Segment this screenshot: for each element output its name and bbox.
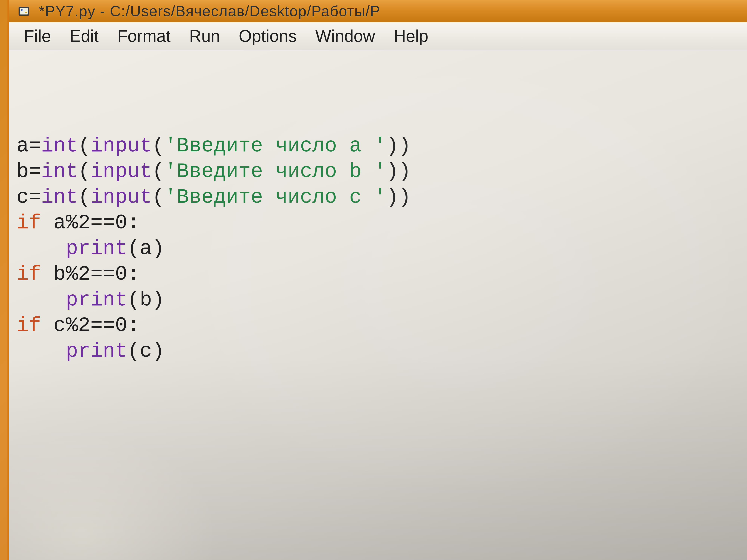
svg-point-3: [25, 11, 27, 13]
menu-edit[interactable]: Edit: [60, 23, 108, 50]
menu-options[interactable]: Options: [229, 23, 306, 50]
code-token-builtin: print: [66, 288, 127, 312]
code-token-builtin: input: [91, 160, 152, 183]
code-token-plain: (: [152, 134, 164, 158]
code-line[interactable]: if b%2==0:: [17, 261, 740, 287]
app-icon: [17, 4, 31, 19]
code-line[interactable]: b=int(input('Введите число b ')): [17, 159, 740, 184]
code-token-plain: c=: [17, 186, 41, 209]
code-token-plain: [17, 340, 66, 363]
code-token-plain: a=: [17, 134, 41, 158]
code-token-plain: c%2==0:: [41, 314, 140, 337]
code-token-plain: )): [386, 186, 411, 209]
code-token-plain: b=: [17, 160, 41, 183]
code-editor[interactable]: a=int(input('Введите число a '))b=int(in…: [9, 50, 747, 560]
code-token-plain: (c): [127, 340, 164, 363]
code-token-plain: )): [386, 134, 411, 158]
menu-run[interactable]: Run: [180, 23, 229, 50]
code-token-plain: [17, 288, 66, 312]
code-token-builtin: input: [91, 134, 152, 158]
svg-point-2: [21, 9, 23, 11]
menu-window[interactable]: Window: [306, 23, 384, 50]
code-token-builtin: print: [66, 340, 127, 363]
code-token-builtin: int: [41, 134, 78, 158]
code-line[interactable]: print(c): [17, 339, 740, 364]
code-token-plain: (b): [127, 288, 164, 312]
code-token-builtin: int: [41, 186, 78, 209]
code-token-plain: [17, 237, 66, 260]
code-line[interactable]: print(b): [17, 287, 740, 313]
menu-format[interactable]: Format: [108, 23, 180, 50]
code-token-plain: (: [78, 134, 91, 158]
code-token-plain: b%2==0:: [41, 263, 140, 286]
idle-editor-window: *PY7.py - C:/Users/Вячеслав/Desktop/Рабо…: [7, 0, 747, 560]
code-token-builtin: int: [41, 160, 78, 183]
code-token-plain: (: [152, 186, 164, 209]
svg-rect-1: [20, 8, 28, 15]
code-token-kw: if: [17, 211, 41, 235]
code-token-plain: (a): [127, 237, 164, 260]
code-token-builtin: print: [66, 237, 127, 260]
code-line[interactable]: if a%2==0:: [17, 210, 740, 236]
titlebar-text: *PY7.py - C:/Users/Вячеслав/Desktop/Рабо…: [39, 3, 380, 20]
code-token-plain: )): [386, 160, 411, 183]
code-line[interactable]: c=int(input('Введите число c ')): [17, 184, 740, 210]
titlebar[interactable]: *PY7.py - C:/Users/Вячеслав/Desktop/Рабо…: [9, 0, 747, 22]
code-line[interactable]: if c%2==0:: [17, 313, 740, 339]
code-token-kw: if: [17, 314, 41, 337]
menu-file[interactable]: File: [15, 23, 60, 50]
code-line[interactable]: a=int(input('Введите число a ')): [17, 133, 740, 159]
code-token-builtin: input: [91, 186, 152, 209]
code-token-plain: a%2==0:: [41, 211, 140, 235]
menubar: File Edit Format Run Options Window Help: [9, 22, 747, 50]
code-token-string: 'Введите число a ': [164, 134, 386, 158]
code-token-string: 'Введите число b ': [164, 160, 386, 183]
code-token-plain: (: [152, 160, 164, 183]
code-token-kw: if: [17, 263, 41, 286]
menu-help[interactable]: Help: [385, 23, 438, 50]
code-line[interactable]: print(a): [17, 236, 740, 262]
code-token-plain: (: [78, 186, 91, 209]
code-token-string: 'Введите число c ': [164, 186, 386, 209]
code-token-plain: (: [78, 160, 91, 183]
